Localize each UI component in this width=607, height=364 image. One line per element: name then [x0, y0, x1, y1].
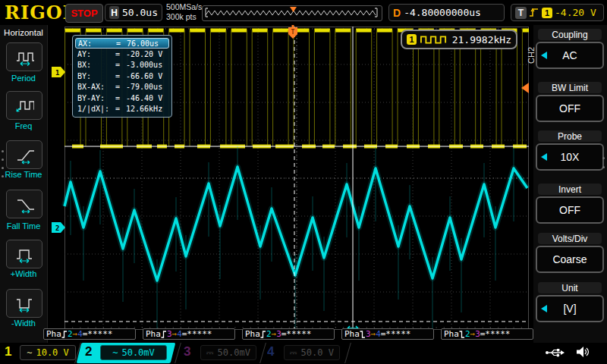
cursor-row-equals: =	[115, 94, 126, 102]
measurement-slot[interactable]: Pha2→3=*****	[441, 328, 533, 340]
right-channel-menu: CouplingACBW LimitOFFProbe10XInvertOFFVo…	[533, 25, 607, 343]
trigger-label: T	[515, 7, 527, 19]
channel-1-scale[interactable]: ~10.0 V	[20, 345, 76, 360]
sound-icon	[576, 346, 590, 358]
ac-coupling-icon: ~	[27, 347, 32, 358]
dc-coupling-icon: ⎓	[290, 347, 297, 358]
top-status-bar: RIGOL STOP H 50.0us 500MSa/s 300k pts D …	[0, 0, 607, 25]
measurement-src-channel: 3	[167, 329, 172, 339]
measure-item-freq[interactable]	[6, 91, 42, 120]
trigger-source-badge: 1	[542, 8, 552, 18]
channel-4-number[interactable]: 4	[267, 344, 274, 359]
cursor-row-equals: =	[115, 50, 126, 58]
menu-softkey-unit[interactable]: [V]	[536, 295, 604, 322]
measurement-result: =*****	[480, 329, 511, 339]
cursor-row-label: AX:	[78, 39, 116, 48]
measure-item-label: Rise Time	[0, 170, 47, 179]
arrow-icon: →	[371, 329, 376, 339]
measurement-dst-channel: 4	[177, 329, 182, 339]
measurement-dst-channel: 3	[475, 329, 480, 339]
channel-2-scale[interactable]: ~50.0mV	[100, 345, 167, 360]
menu-softkey-volts-div[interactable]: Coarse	[536, 246, 604, 273]
cursor-row-value: 12.66kHz	[126, 105, 167, 113]
measurement-prefix: Pha	[146, 329, 161, 339]
measure-item-label: Period	[0, 74, 47, 83]
measurement-src-channel: 3	[366, 329, 371, 339]
cursor-row-value: -66.60 V	[126, 72, 167, 80]
counter-value: 21.9982kHz	[452, 34, 511, 46]
cursor-row-equals: =	[115, 105, 126, 113]
cursor-row-value: -79.00us	[126, 83, 167, 91]
cursor-row: AX:=76.00us	[75, 38, 169, 49]
left-arrow-icon	[541, 52, 547, 59]
left-arrow-icon	[541, 153, 547, 161]
dc-coupling-icon: ⎓	[206, 347, 214, 358]
measurement-slot[interactable]: Pha2→3=*****	[242, 328, 335, 340]
measure-item-label: Freq	[0, 121, 47, 130]
page-indicator-dot	[2, 167, 4, 169]
menu-softkey-coupling[interactable]: AC	[536, 42, 604, 69]
measure-item-period[interactable]	[6, 42, 42, 71]
menu-value: AC	[562, 49, 577, 61]
measurement-slot[interactable]: Pha2→4=*****	[43, 328, 136, 340]
measure-item--width[interactable]	[6, 240, 42, 268]
channel-scale-value: 10.0 V	[36, 347, 68, 358]
measurement-src-channel: 2	[68, 329, 73, 339]
measurement-slot[interactable]: Pha3→4=*****	[143, 328, 235, 340]
measure-item-fall-time[interactable]	[6, 190, 42, 218]
channel-separator	[175, 343, 181, 363]
counter-source-badge: 1	[407, 34, 417, 45]
horizontal-timebase-block[interactable]: H 50.0us	[105, 4, 162, 21]
arrow-icon: →	[172, 329, 178, 339]
channel-scale-value: 50.0mV	[218, 347, 250, 358]
measure-item-label: Fall Time	[0, 221, 47, 231]
channel-3-number[interactable]: 3	[184, 344, 190, 359]
measure-item--width[interactable]	[6, 289, 42, 318]
preview-trigger-position-icon[interactable]	[290, 7, 297, 12]
measurement-src-channel: 2	[266, 329, 272, 339]
status-icons	[545, 346, 590, 358]
cursor-row-value: 76.00us	[127, 39, 166, 48]
channel-4-scale[interactable]: ⎓50.0 V	[284, 345, 340, 360]
channel-separator	[344, 343, 351, 363]
channel-1-number[interactable]: 1	[5, 344, 11, 359]
sample-rate: 500MSa/s	[166, 2, 202, 12]
trigger-status-block[interactable]: T 1 -4.20 V	[511, 4, 604, 21]
preview-trace	[206, 11, 376, 15]
arrow-icon: →	[272, 329, 277, 339]
menu-softkey-invert[interactable]: OFF	[536, 196, 604, 224]
measurement-result: =*****	[83, 329, 113, 339]
rising-edge-icon	[161, 329, 167, 340]
menu-value: OFF	[559, 102, 580, 115]
menu-title-probe: Probe	[538, 130, 602, 142]
falling-edge-icon	[360, 329, 366, 340]
channel-3-scale[interactable]: ⎓50.0mV	[200, 345, 256, 360]
run-state-badge[interactable]: STOP	[65, 4, 103, 23]
cursor-row-label: BX:	[77, 61, 115, 69]
measurement-dst-channel: 4	[376, 329, 381, 339]
measurement-slot[interactable]: Pha3→4=*****	[341, 328, 434, 340]
cursor-row: 1/|dX|:=12.66kHz	[75, 103, 169, 114]
memory-preview-bar[interactable]	[202, 5, 382, 21]
frequency-counter: 1 21.9982kHz	[401, 30, 517, 49]
channel-scale-value: 50.0mV	[121, 347, 154, 358]
rising-edge-icon	[529, 7, 539, 18]
cursor-row-value: -20.20 V	[126, 50, 167, 58]
page-indicator-dot	[2, 175, 4, 177]
measure-item-rise-time[interactable]	[6, 140, 42, 169]
acquisition-info: 500MSa/s 300k pts	[166, 2, 202, 22]
cursor-row: BY-AY:=-46.40 V	[75, 93, 169, 103]
left-arrow-icon	[541, 305, 547, 312]
menu-softkey-bw-limit[interactable]: OFF	[536, 95, 604, 122]
falling-edge-icon	[459, 329, 465, 340]
cursor-row: BX:=-3.000us	[75, 60, 169, 71]
measure-item-label: +Width	[0, 269, 47, 278]
rising-edge-icon	[260, 329, 266, 340]
page-indicator-dot	[602, 166, 605, 168]
trigger-delay-block[interactable]: D -4.80000000us	[388, 4, 505, 21]
channel-separator	[259, 343, 266, 363]
menu-title-invert: Invert	[538, 184, 602, 195]
menu-softkey-probe[interactable]: 10X	[536, 143, 604, 171]
page-indicator-dot	[2, 150, 4, 152]
channel-2-number[interactable]: 2	[85, 344, 92, 359]
